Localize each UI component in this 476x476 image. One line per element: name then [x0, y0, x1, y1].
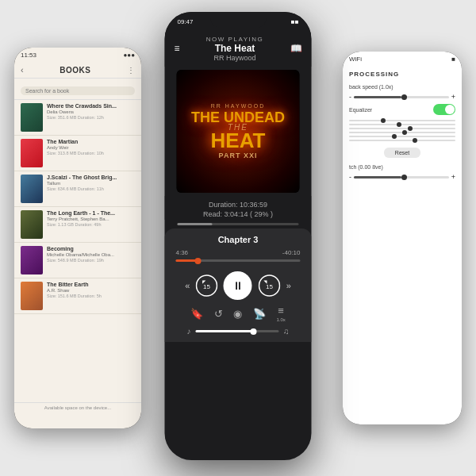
book-info: Where the Crawdads Sin... Delia Owens Si…	[47, 103, 135, 120]
eq-slider-4[interactable]	[349, 132, 455, 133]
book-author: Delia Owens	[47, 109, 135, 114]
speed-button[interactable]: ◉	[233, 308, 242, 320]
cast-button[interactable]: 📡	[253, 308, 266, 320]
eq-slider-1[interactable]	[349, 120, 455, 121]
speed-slider-thumb	[401, 94, 407, 100]
eq-sliders	[349, 120, 455, 141]
center-header-bar: ≡ NOW PLAYING The Heat RR Haywood 📖	[165, 29, 312, 67]
book-title: Becoming	[47, 246, 135, 252]
book-cover	[21, 282, 43, 310]
menu-icon[interactable]: ⋮	[127, 66, 135, 75]
list-item[interactable]: Where the Crawdads Sin... Delia Owens Si…	[14, 100, 141, 136]
right-battery: ■	[451, 56, 455, 63]
search-bar[interactable]	[14, 79, 141, 100]
track-title: The Heat	[180, 43, 290, 54]
playback-speed-label: back speed (1.0x)	[349, 84, 455, 90]
book-icon[interactable]: 📖	[290, 43, 302, 54]
chapter-time-remaining: -40:10	[282, 249, 301, 256]
list-item[interactable]: J.Scalzi - The Ghost Brig... Tallum Size…	[14, 171, 141, 207]
list-item[interactable]: Becoming Michelle Obama/Michelle Oba... …	[14, 243, 141, 278]
controls-row: « 15 ⏸ 15	[176, 268, 301, 303]
art-title-line2: HEAT	[211, 132, 266, 150]
equalizer-label: Equalizer	[349, 107, 372, 113]
pitch-plus-button[interactable]: +	[451, 173, 455, 181]
center-time: 09:47	[178, 18, 194, 25]
chapter-time-row: 4:36 -40:10	[176, 249, 301, 256]
list-item[interactable]: The Martian Andy Weir Size: 313.8 MB Dur…	[14, 136, 141, 171]
volume-slider[interactable]	[196, 330, 279, 332]
pitch-row: - +	[349, 173, 455, 181]
left-phone: 11:53 ●●● ‹ BOOKS ⋮ Where the Crawdads S…	[14, 48, 141, 428]
pause-icon: ⏸	[232, 279, 244, 292]
repeat-button[interactable]: ↺	[214, 308, 223, 320]
eq-slider-5[interactable]	[349, 136, 455, 137]
book-info: The Bitter Earth A.R. Shaw Size: 151.6 M…	[47, 282, 135, 298]
skip-forward-button[interactable]: 15	[258, 274, 280, 297]
center-phone: 09:47 ▲▲▲ ■■ ≡ NOW PLAYING The Heat RR H…	[165, 12, 312, 460]
eq-slider-row	[349, 132, 455, 133]
duration-text: Duration: 10:36:59	[178, 201, 299, 209]
notch	[210, 12, 266, 28]
volume-fill	[196, 330, 254, 332]
eq-slider-row	[349, 120, 455, 121]
skip-back-button[interactable]: 15	[196, 274, 218, 297]
book-author: Andy Weir	[47, 145, 135, 150]
list-item[interactable]: The Long Earth - 1 - The... Terry Pratch…	[14, 207, 141, 243]
play-pause-button[interactable]: ⏸	[224, 271, 252, 300]
book-author: Tallum	[47, 181, 135, 186]
back-icon[interactable]: ‹	[21, 65, 24, 75]
chapter-title: Chapter 3	[176, 235, 301, 244]
center-info: Duration: 10:36:59 Read: 3:04:14 ( 29% )	[165, 196, 312, 220]
book-meta: Size: 313.8 MB Duration: 10h	[47, 151, 135, 155]
eq-slider-3[interactable]	[349, 128, 455, 129]
reset-button[interactable]: Reset	[384, 148, 420, 158]
right-content: PROCESSING back speed (1.0x) - + Equaliz…	[343, 66, 462, 424]
search-input[interactable]	[21, 86, 135, 95]
chapter-progress-thumb	[195, 258, 202, 264]
book-meta: Size: 548.9 MB Duration: 19h	[47, 258, 135, 263]
volume-thumb	[251, 328, 257, 335]
left-time: 11:53	[21, 52, 36, 59]
pitch-minus-button[interactable]: -	[349, 173, 351, 181]
book-title: Where the Crawdads Sin...	[47, 103, 135, 109]
book-cover	[21, 139, 43, 167]
settings-button[interactable]: ≡ 1.0x	[276, 305, 285, 322]
art-subtitle: PART XXI	[219, 152, 258, 159]
fast-forward-button[interactable]: »	[286, 281, 291, 290]
volume-high-icon: ♫	[283, 327, 290, 336]
pitch-slider[interactable]	[354, 176, 449, 178]
book-title: The Bitter Earth	[47, 282, 135, 288]
playback-speed-slider[interactable]	[354, 96, 449, 98]
book-cover	[21, 246, 43, 274]
book-author: A.R. Shaw	[47, 288, 135, 293]
track-author: RR Haywood	[180, 54, 290, 62]
icon-row: 🔖 ↺ ◉ 📡 ≡ 1.0x	[176, 303, 301, 325]
hamburger-icon[interactable]: ≡	[175, 43, 180, 54]
pitch-thumb	[401, 175, 407, 180]
center-battery: ■■	[291, 18, 299, 25]
eq-slider-row	[349, 124, 455, 125]
book-meta: Size: 351.6 MB Duration: 12h	[47, 115, 135, 120]
toggle-circle	[445, 105, 455, 114]
eq-slider-2[interactable]	[349, 124, 455, 125]
list-item[interactable]: The Bitter Earth A.R. Shaw Size: 151.6 M…	[14, 278, 141, 314]
rewind-button[interactable]: «	[185, 281, 190, 290]
book-meta: Size: 151.6 MB Duration: 5h	[47, 294, 135, 298]
book-info: The Martian Andy Weir Size: 313.8 MB Dur…	[47, 139, 135, 155]
main-progress-bar[interactable]	[178, 223, 299, 225]
album-art-background: RR HAYWOOD THE UNDEAD THE HEAT PART XXI	[177, 70, 300, 193]
pitch-fill	[354, 176, 401, 178]
speed-plus-button[interactable]: +	[451, 93, 455, 101]
eq-slider-6[interactable]	[349, 140, 455, 141]
left-status-bar: 11:53 ●●●	[14, 48, 141, 62]
chapter-progress-bar[interactable]	[176, 259, 301, 262]
book-title: The Martian	[47, 139, 135, 145]
speed-minus-button[interactable]: -	[349, 93, 351, 101]
left-header-title: BOOKS	[60, 66, 90, 75]
equalizer-toggle[interactable]	[433, 104, 455, 115]
left-battery: ●●●	[124, 52, 136, 59]
now-playing-label: NOW PLAYING	[180, 36, 290, 43]
book-cover	[21, 210, 43, 239]
svg-text:15: 15	[203, 283, 210, 290]
bookmark-button[interactable]: 🔖	[190, 308, 203, 320]
